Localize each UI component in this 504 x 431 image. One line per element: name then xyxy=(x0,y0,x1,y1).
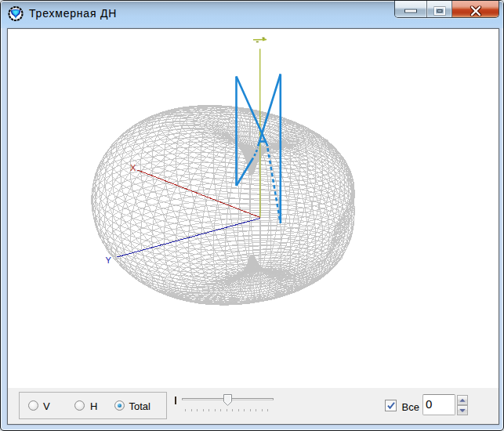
svg-text:X: X xyxy=(130,163,136,172)
svg-text:Y: Y xyxy=(106,255,112,265)
